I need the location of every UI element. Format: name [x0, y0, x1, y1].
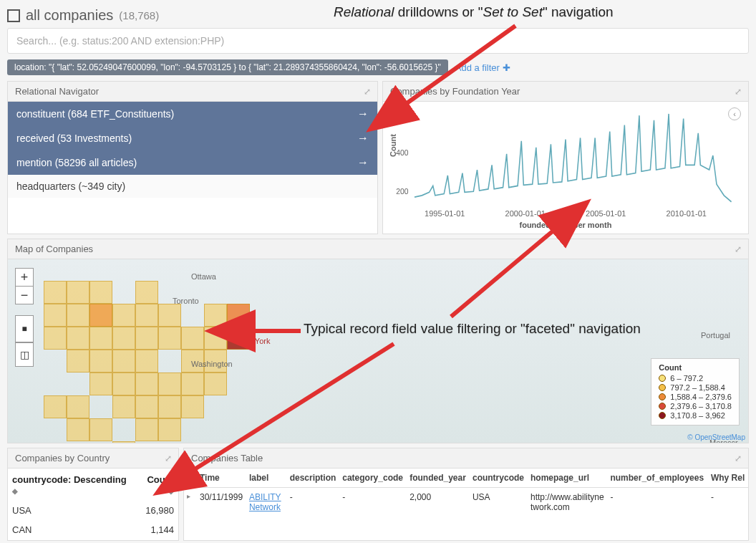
panel-title: Map of Companies: [15, 244, 93, 254]
panel-title: Companies by Country: [15, 453, 110, 463]
expand-icon[interactable]: ⤢: [735, 244, 741, 254]
svg-text:200: 200: [396, 186, 408, 195]
arrow-right-icon: →: [357, 107, 369, 120]
col-countrycode[interactable]: countrycode: [470, 468, 528, 488]
map-legend: Count 6 – 797.2797.2 – 1,588.41,588.4 – …: [651, 358, 740, 426]
relnav-item-headquarters[interactable]: headquarters (~349 city): [8, 175, 377, 198]
col-category[interactable]: category_code: [339, 468, 407, 488]
map-attribution: © OpenStreetMap: [687, 433, 745, 441]
sort-icon: ◆: [12, 487, 18, 495]
plus-icon: ✚: [503, 62, 510, 73]
companies-by-country-panel: Companies by Country ⤢ countrycode: Desc…: [7, 448, 179, 541]
relational-navigator-panel: Relational Navigator ⤢ constituent (684 …: [7, 81, 378, 234]
company-link[interactable]: ABILITY Network: [249, 492, 284, 512]
companies-table-panel: Companies Table ⤢ Time label description…: [183, 448, 749, 541]
table-row[interactable]: ▸ 30/11/1999 ABILITY Network - - 2,000 U…: [184, 488, 748, 517]
table-row[interactable]: USA16,980: [9, 501, 177, 519]
svg-text:400: 400: [396, 148, 408, 157]
relnav-item-constituent[interactable]: constituent (684 ETF_Constituents)→: [8, 102, 377, 126]
expand-icon[interactable]: ⤢: [165, 453, 171, 463]
panel-title: Companies by Foundation Year: [390, 86, 520, 97]
foundation-year-panel: Companies by Foundation Year ⤢ ‹ Count 6…: [382, 81, 749, 234]
add-filter-button[interactable]: Add a filter ✚: [455, 62, 510, 73]
arrow-right-icon: →: [357, 156, 369, 169]
filter-pill-location[interactable]: location: "{ "lat": 52.05249047600099, "…: [7, 59, 448, 75]
col-time[interactable]: Time: [197, 468, 246, 488]
sort-icon: ◆: [168, 487, 174, 495]
expand-icon[interactable]: ⤢: [735, 453, 741, 463]
col-label[interactable]: label: [246, 468, 287, 488]
table-row[interactable]: CAN1,144: [9, 521, 177, 539]
svg-text:600: 600: [396, 110, 408, 118]
relnav-item-mention[interactable]: mention (58296 all articles)→: [8, 150, 377, 175]
col-homepage[interactable]: homepage_url: [528, 468, 607, 488]
col-countrycode[interactable]: countrycode: Descending ◆: [9, 470, 135, 500]
col-founded-year[interactable]: founded_year: [407, 468, 470, 488]
page-title: all companies: [26, 7, 113, 24]
search-input[interactable]: Search... (e.g. status:200 AND extension…: [7, 28, 749, 54]
panel-title: Relational Navigator: [15, 86, 99, 97]
relnav-item-received[interactable]: received (53 Investments)→: [8, 126, 377, 150]
map-canvas[interactable]: + − ■ ◫ Ottawa Toronto New York Washingt…: [8, 259, 748, 443]
col-count[interactable]: Count ◆: [136, 470, 177, 500]
col-why-rel[interactable]: Why Rel: [708, 468, 748, 488]
panel-title: Companies Table: [191, 453, 263, 463]
expand-icon[interactable]: ⤢: [364, 87, 370, 97]
arrow-right-icon: →: [357, 132, 369, 145]
col-description[interactable]: description: [287, 468, 340, 488]
map-panel: Map of Companies ⤢ + − ■ ◫ Ottawa Toront…: [7, 239, 749, 443]
col-employees[interactable]: number_of_employees: [607, 468, 708, 488]
expand-icon[interactable]: ⤢: [735, 87, 741, 97]
building-icon: [7, 9, 20, 22]
expand-row-icon[interactable]: ▸: [184, 488, 197, 517]
foundation-year-chart[interactable]: ‹ Count 600 400 200: [383, 102, 748, 209]
record-count: (18,768): [119, 9, 159, 21]
chart-back-icon[interactable]: ‹: [728, 107, 741, 120]
